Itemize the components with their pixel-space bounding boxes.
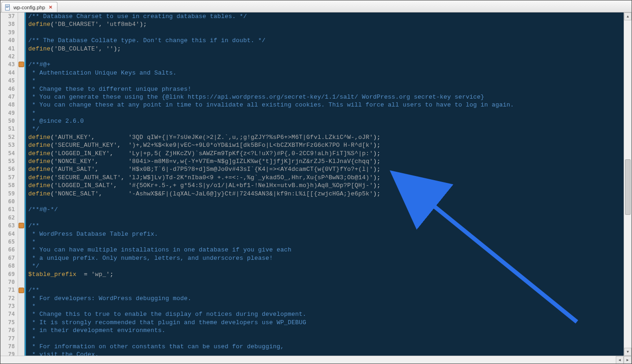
bookmark-marker[interactable]	[19, 288, 24, 293]
close-icon[interactable]: ✕	[48, 5, 53, 10]
marker-strip	[18, 13, 25, 356]
code-line[interactable]: define('SECURE_AUTH_KEY', ')+,W2+%$<ke9|…	[25, 141, 624, 149]
code-line[interactable]: /**	[25, 286, 624, 294]
code-line[interactable]: define('AUTH_KEY', '3QD qIW+{|Y=7sUeJKe(…	[25, 133, 624, 141]
code-line[interactable]: /**	[25, 222, 624, 230]
vertical-scrollbar[interactable]: ▲ ▼	[624, 13, 632, 356]
scroll-right-button[interactable]: ►	[624, 356, 632, 364]
code-line[interactable]: */	[25, 125, 624, 133]
line-number: 63	[0, 222, 18, 230]
line-number: 41	[0, 45, 18, 53]
code-line[interactable]: $table_prefix = 'wp_';	[25, 270, 624, 278]
line-number: 72	[0, 295, 18, 302]
code-line[interactable]: * You can generate these using the {@lin…	[25, 93, 624, 101]
line-number: 56	[0, 165, 18, 173]
vscroll-track[interactable]	[624, 20, 632, 348]
line-number: 69	[0, 270, 18, 278]
scroll-down-button[interactable]: ▼	[624, 348, 632, 356]
scroll-left-button[interactable]: ◄	[616, 356, 624, 364]
line-number: 70	[0, 278, 18, 286]
line-number: 48	[0, 101, 18, 109]
code-line[interactable]: define('DB_CHARSET', 'utf8mb4');	[25, 20, 624, 28]
line-number: 50	[0, 117, 18, 125]
code-line[interactable]: * It is strongly recommended that plugin…	[25, 319, 624, 326]
bookmark-marker[interactable]	[19, 223, 24, 228]
code-line[interactable]: /**#@-*/	[25, 206, 624, 213]
code-line[interactable]	[25, 278, 624, 286]
code-line[interactable]	[25, 198, 624, 206]
code-line[interactable]: * Change these to different unique phras…	[25, 85, 624, 93]
code-line[interactable]: * visit the Codex.	[25, 351, 624, 356]
line-number: 66	[0, 246, 18, 254]
tab-bar: wp-config.php ✕	[0, 0, 632, 13]
line-number: 39	[0, 29, 18, 37]
line-number: 71	[0, 286, 18, 294]
code-line[interactable]: define('LOGGED_IN_SALT', '#{5OKr+.5-,+ g…	[25, 182, 624, 189]
code-line[interactable]: *	[25, 302, 624, 310]
line-number: 59	[0, 190, 18, 198]
line-number: 43	[0, 61, 18, 69]
vscroll-thumb[interactable]	[625, 159, 631, 215]
bookmark-marker[interactable]	[19, 62, 24, 67]
editor-frame: 3738394041424344454647484950515253545556…	[0, 13, 632, 364]
code-line[interactable]: /**#@+	[25, 61, 624, 69]
line-number: 75	[0, 319, 18, 326]
line-number: 54	[0, 150, 18, 157]
line-number: 52	[0, 133, 18, 141]
line-number: 47	[0, 93, 18, 101]
code-line[interactable]: define('DB_COLLATE', '');	[25, 45, 624, 53]
code-line[interactable]: * You can have multiple installations in…	[25, 246, 624, 254]
line-number: 37	[0, 13, 18, 20]
code-line[interactable]: define('NONCE_KEY', '804i>-m8M8=v,w{-Y+V…	[25, 157, 624, 165]
line-number: 38	[0, 20, 18, 28]
code-line[interactable]: *	[25, 77, 624, 85]
code-line[interactable]: * Change this to true to enable the disp…	[25, 310, 624, 318]
line-number: 44	[0, 69, 18, 77]
line-number: 61	[0, 206, 18, 213]
code-line[interactable]: define('SECURE_AUTH_SALT', 'lJ;W$]Lv)Td-…	[25, 174, 624, 182]
code-area[interactable]: /** Database Charset to use in creating …	[25, 13, 624, 356]
line-number: 42	[0, 53, 18, 61]
line-number: 62	[0, 214, 18, 222]
code-line[interactable]: * For developers: WordPress debugging mo…	[25, 295, 624, 302]
file-icon	[5, 4, 11, 11]
code-line[interactable]: * For information on other constants tha…	[25, 343, 624, 351]
code-line[interactable]: * Authentication Unique Keys and Salts.	[25, 69, 624, 77]
code-line[interactable]: define('LOGGED_IN_KEY', 'Ly|+p,5( ZjHKcZ…	[25, 150, 624, 157]
code-line[interactable]: *	[25, 238, 624, 246]
line-number: 60	[0, 198, 18, 206]
svg-rect-2	[6, 6, 9, 7]
line-number: 77	[0, 335, 18, 343]
line-number: 57	[0, 174, 18, 182]
code-line[interactable]: * WordPress Database Table prefix.	[25, 230, 624, 238]
code-line[interactable]: * @since 2.6.0	[25, 117, 624, 125]
tab-active[interactable]: wp-config.php ✕	[1, 2, 57, 12]
code-line[interactable]: define('AUTH_SALT', 'H$x0B;T`6|-d7P5?8+d…	[25, 165, 624, 173]
hscroll-track[interactable]	[0, 356, 616, 364]
line-number: 67	[0, 254, 18, 262]
code-line[interactable]: /** Database Charset to use in creating …	[25, 13, 624, 20]
code-line[interactable]	[25, 53, 624, 61]
code-line[interactable]: *	[25, 109, 624, 117]
code-line[interactable]: * a unique prefix. Only numbers, letters…	[25, 254, 624, 262]
code-line[interactable]: *	[25, 335, 624, 343]
line-gutter: 3738394041424344454647484950515253545556…	[0, 13, 18, 356]
horizontal-scrollbar[interactable]: ◄ ►	[0, 356, 632, 364]
line-number: 68	[0, 262, 18, 270]
line-number: 65	[0, 238, 18, 246]
code-line[interactable]	[25, 214, 624, 222]
code-line[interactable]: * in their development environments.	[25, 326, 624, 334]
line-number: 49	[0, 109, 18, 117]
line-number: 58	[0, 182, 18, 189]
scroll-up-button[interactable]: ▲	[624, 13, 632, 20]
line-number: 53	[0, 141, 18, 149]
code-line[interactable]: define('NONCE_SALT', '-AshwX$&F|(lqXAL~J…	[25, 190, 624, 198]
code-line[interactable]: */	[25, 262, 624, 270]
line-number: 78	[0, 343, 18, 351]
tab-filename: wp-config.php	[13, 5, 45, 10]
line-number: 45	[0, 77, 18, 85]
line-number: 46	[0, 85, 18, 93]
code-line[interactable]: /** The Database Collate type. Don't cha…	[25, 37, 624, 44]
code-line[interactable]	[25, 29, 624, 37]
code-line[interactable]: * You can change these at any point in t…	[25, 101, 624, 109]
